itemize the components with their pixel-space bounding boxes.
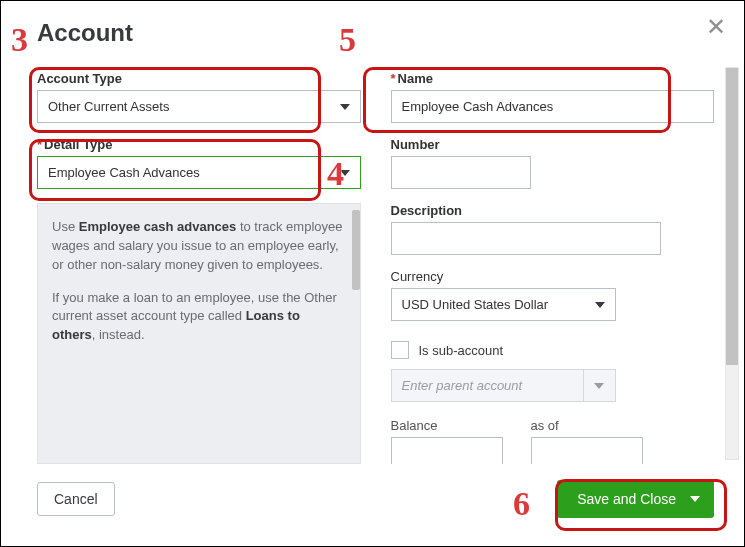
description-input[interactable] bbox=[391, 222, 661, 255]
account-type-value: Other Current Assets bbox=[48, 99, 169, 114]
scrollbar-track[interactable] bbox=[725, 67, 739, 460]
help-text: Use Employee cash advances to track empl… bbox=[37, 203, 361, 464]
sub-account-row: Is sub-account bbox=[391, 341, 715, 359]
chevron-down-icon bbox=[690, 496, 700, 502]
scrollbar[interactable] bbox=[720, 63, 744, 464]
name-field: Name Employee Cash Advances bbox=[391, 71, 715, 123]
close-icon[interactable]: ✕ bbox=[706, 15, 726, 39]
number-label: Number bbox=[391, 137, 715, 152]
balance-input[interactable] bbox=[391, 437, 503, 464]
detail-type-value: Employee Cash Advances bbox=[48, 165, 200, 180]
description-field: Description bbox=[391, 203, 715, 255]
help-text-bold: Employee cash advances bbox=[79, 219, 237, 234]
scrollbar-thumb[interactable] bbox=[352, 210, 360, 290]
help-text-span: Use bbox=[52, 219, 79, 234]
chevron-down-icon bbox=[595, 302, 605, 308]
left-column: Account Type Other Current Assets Detail… bbox=[37, 71, 361, 464]
sub-account-checkbox[interactable] bbox=[391, 341, 409, 359]
right-column: Name Employee Cash Advances Number Descr… bbox=[391, 71, 715, 464]
name-value: Employee Cash Advances bbox=[402, 99, 554, 114]
scroll-area: Account Type Other Current Assets Detail… bbox=[23, 63, 720, 464]
parent-account-input: Enter parent account bbox=[391, 369, 584, 402]
chevron-down-icon bbox=[594, 383, 604, 389]
name-input[interactable]: Employee Cash Advances bbox=[391, 90, 715, 123]
save-button-label: Save and Close bbox=[577, 491, 676, 507]
content: Account Type Other Current Assets Detail… bbox=[23, 63, 744, 464]
save-and-close-button[interactable]: Save and Close bbox=[557, 480, 714, 518]
description-label: Description bbox=[391, 203, 715, 218]
help-text-span: , instead. bbox=[92, 327, 145, 342]
number-input[interactable] bbox=[391, 156, 531, 189]
scrollbar-thumb[interactable] bbox=[726, 68, 738, 365]
account-type-label: Account Type bbox=[37, 71, 361, 86]
detail-type-field: Detail Type Employee Cash Advances bbox=[37, 137, 361, 189]
sub-account-label: Is sub-account bbox=[419, 343, 504, 358]
currency-value: USD United States Dollar bbox=[402, 297, 549, 312]
chevron-down-icon bbox=[340, 104, 350, 110]
asof-input[interactable] bbox=[531, 437, 643, 464]
currency-field: Currency USD United States Dollar bbox=[391, 269, 715, 321]
number-field: Number bbox=[391, 137, 715, 189]
detail-type-label: Detail Type bbox=[37, 137, 361, 152]
account-type-select[interactable]: Other Current Assets bbox=[37, 90, 361, 123]
name-label: Name bbox=[391, 71, 715, 86]
page-title: Account bbox=[1, 1, 744, 53]
parent-account-placeholder: Enter parent account bbox=[402, 378, 523, 393]
account-type-field: Account Type Other Current Assets bbox=[37, 71, 361, 123]
cancel-button[interactable]: Cancel bbox=[37, 482, 115, 516]
footer: Cancel Save and Close bbox=[1, 466, 744, 546]
currency-label: Currency bbox=[391, 269, 715, 284]
detail-type-select[interactable]: Employee Cash Advances bbox=[37, 156, 361, 189]
account-modal: ✕ Account Account Type Other Current Ass… bbox=[0, 0, 745, 547]
balance-row: Balance as of bbox=[391, 418, 715, 464]
parent-account-dropdown bbox=[584, 369, 616, 402]
asof-label: as of bbox=[531, 418, 643, 433]
parent-account-select: Enter parent account bbox=[391, 369, 616, 402]
balance-field: Balance bbox=[391, 418, 503, 464]
currency-select[interactable]: USD United States Dollar bbox=[391, 288, 616, 321]
chevron-down-icon bbox=[340, 170, 350, 176]
balance-label: Balance bbox=[391, 418, 503, 433]
asof-field: as of bbox=[531, 418, 643, 464]
